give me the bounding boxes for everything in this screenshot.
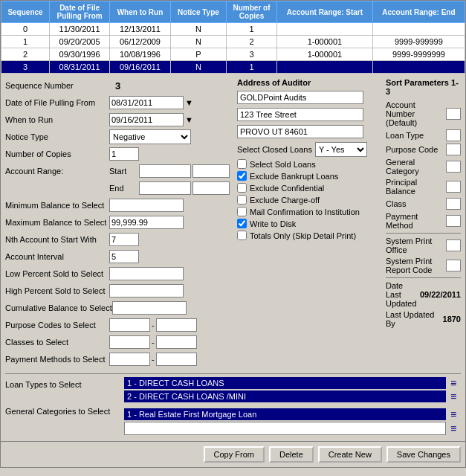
nth-label: Nth Account to Start With — [5, 235, 109, 244]
totals-label: Totals Only (Skip Detail Print) — [250, 231, 356, 240]
purpose-label: Purpose Codes to Select — [5, 321, 109, 329]
table-row[interactable]: 209/30/199610/08/1996P31-0000019999-9999… — [1, 48, 465, 61]
copy-from-button[interactable]: Copy From — [204, 446, 265, 463]
col-when-run: When to Run — [110, 1, 171, 23]
sort-item-input[interactable] — [446, 108, 461, 120]
when-run-label: When to Run — [5, 115, 109, 124]
loan-type-icon[interactable]: ≡ — [446, 390, 461, 402]
sort-item-input[interactable] — [446, 198, 461, 210]
sold-loans-label: Select Sold Loans — [250, 160, 316, 169]
payment-label: Payment Methods to Select — [5, 355, 109, 364]
acct-end-input[interactable] — [139, 181, 191, 195]
loan-type-icon[interactable]: ≡ — [446, 377, 461, 389]
min-bal-input[interactable] — [109, 199, 184, 212]
low-pct-input[interactable] — [109, 267, 184, 280]
sys-print-office-label: System Print Office — [386, 237, 446, 254]
cum-bal-input[interactable] — [112, 301, 187, 315]
col-acct-start: Account Range: Start — [277, 1, 373, 23]
acct-start-input2[interactable] — [192, 164, 230, 178]
date-file-dropdown-icon[interactable]: ▼ — [185, 98, 193, 107]
chargeoff-label: Exclude Charge-off — [250, 196, 320, 205]
closed-loans-label: Select Closed Loans — [237, 145, 312, 154]
bottom-bar: Copy From Delete Create New Save Changes — [1, 441, 465, 467]
interval-label: Account Interval — [5, 252, 109, 261]
sort-item: General Category — [386, 158, 461, 176]
notice-type-select[interactable]: Negative Positive — [109, 129, 191, 144]
write-checkbox[interactable] — [237, 219, 247, 228]
classes-label: Classes to Select — [5, 338, 109, 347]
addr-line1-input[interactable] — [237, 91, 363, 104]
min-bal-label: Minimum Balance to Select — [5, 201, 109, 210]
col-notice: Notice Type — [170, 1, 226, 23]
create-new-button[interactable]: Create New — [318, 446, 382, 463]
write-label: Write to Disk — [250, 219, 296, 228]
interval-input[interactable] — [109, 250, 139, 263]
col-date-file: Date of FilePulling From — [50, 1, 110, 23]
sys-print-report-input[interactable] — [446, 260, 461, 271]
when-run-dropdown-icon[interactable]: ▼ — [185, 115, 193, 124]
last-updated-label: Last Updated By — [386, 310, 443, 328]
mail-label: Mail Confirmation to Institution — [250, 208, 360, 216]
acct-start-input[interactable] — [139, 164, 191, 178]
max-bal-label: Maximum Balance to Select — [5, 218, 109, 227]
payment-input1[interactable] — [109, 353, 150, 366]
sort-item: Principal Balance — [386, 178, 461, 196]
purpose-input1[interactable] — [109, 318, 150, 332]
bankrupt-label: Exclude Bankrupt Loans — [250, 172, 338, 181]
chargeoff-checkbox[interactable] — [237, 195, 247, 205]
save-changes-button[interactable]: Save Changes — [386, 446, 461, 463]
notice-type-label: Notice Type — [5, 132, 109, 141]
sold-loans-checkbox[interactable] — [237, 159, 247, 169]
sort-item-input[interactable] — [446, 129, 461, 141]
mail-checkbox[interactable] — [237, 207, 247, 216]
col-copies: Number ofCopies — [226, 1, 276, 23]
list-item[interactable]: 1 - DIRECT CASH LOANS≡ — [124, 377, 461, 389]
sort-title: Sort Parameters 1-3 — [386, 78, 461, 96]
sort-item-input[interactable] — [446, 144, 461, 155]
table-row[interactable]: 011/30/201112/13/2011N1 — [1, 23, 465, 36]
sort-item: Payment Method — [386, 212, 461, 230]
addr-line2-input[interactable] — [237, 108, 363, 121]
gen-cat-icon[interactable]: ≡ — [446, 408, 461, 420]
general-cats-add-icon[interactable]: ≡ — [446, 422, 461, 434]
copies-input[interactable] — [109, 147, 139, 161]
high-pct-input[interactable] — [109, 284, 184, 298]
closed-loans-select[interactable]: Y - Yes N - No — [315, 142, 367, 157]
sort-item: Account Number (Default) — [386, 100, 461, 127]
general-cats-empty-row — [124, 422, 446, 435]
confidential-label: Exclude Confidential — [250, 184, 324, 193]
date-updated-label: Date Last Updated — [386, 281, 420, 308]
acct-end-label: End — [109, 184, 139, 193]
acct-range-label: Account Range: — [5, 167, 109, 176]
purpose-input2[interactable] — [156, 318, 197, 332]
confidential-checkbox[interactable] — [237, 183, 247, 193]
date-file-input[interactable] — [109, 96, 184, 109]
delete-button[interactable]: Delete — [269, 446, 314, 463]
classes-input2[interactable] — [156, 335, 197, 349]
purpose-dash: - — [152, 321, 155, 329]
classes-input1[interactable] — [109, 335, 150, 349]
sort-item-input[interactable] — [446, 161, 461, 173]
seq-number-value: 3 — [115, 80, 120, 91]
addr-line3-input[interactable] — [237, 125, 363, 138]
max-bal-input[interactable] — [109, 216, 184, 229]
nth-input[interactable] — [109, 233, 139, 246]
totals-checkbox[interactable] — [237, 231, 247, 240]
table-row[interactable]: 109/20/200506/12/2009N21-0000019999-9999… — [1, 36, 465, 48]
address-label: Address of Auditor — [237, 78, 378, 87]
table-row[interactable]: 308/31/201109/16/2011N1 — [1, 61, 465, 74]
list-item[interactable]: 2 - DIRECT CASH LOANS /MINI≡ — [124, 390, 461, 402]
col-sequence: Sequence — [1, 1, 50, 23]
when-run-input[interactable] — [109, 113, 184, 126]
list-item[interactable]: 1 - Real Estate First Mortgage Loan≡ — [124, 408, 461, 420]
bankrupt-checkbox[interactable] — [237, 171, 247, 181]
general-cats-label: General Categories to Select — [5, 407, 110, 416]
data-grid: Sequence Date of FilePulling From When t… — [1, 1, 465, 74]
acct-end-input2[interactable] — [192, 181, 230, 195]
loan-types-label: Loan Types to Select — [5, 380, 82, 389]
classes-dash: - — [152, 338, 155, 347]
sort-item-input[interactable] — [446, 215, 461, 227]
payment-input2[interactable] — [156, 353, 197, 366]
sort-item-input[interactable] — [446, 181, 461, 193]
sys-print-office-input[interactable] — [446, 239, 461, 251]
